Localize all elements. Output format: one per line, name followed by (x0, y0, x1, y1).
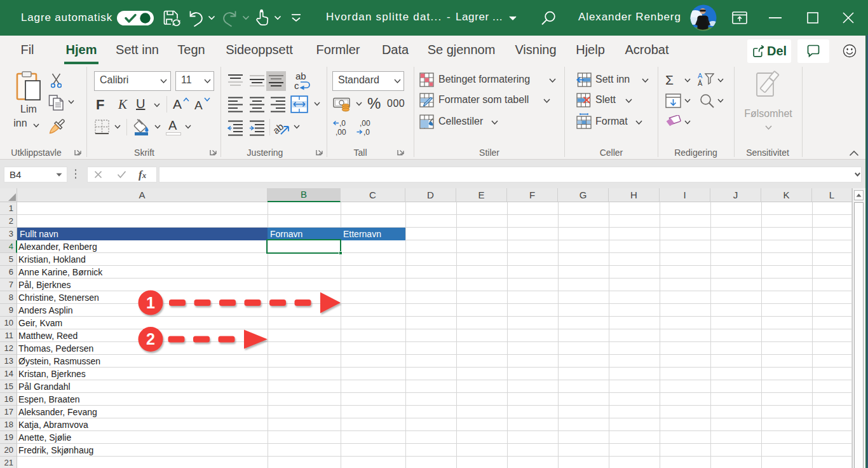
svg-text:2: 2 (146, 330, 155, 348)
svg-text:1: 1 (146, 294, 155, 312)
